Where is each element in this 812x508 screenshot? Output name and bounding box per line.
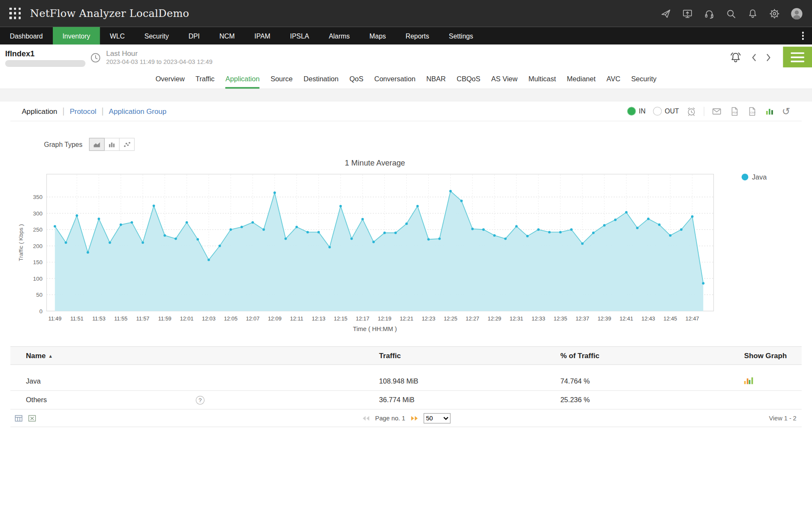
tab-medianet[interactable]: Medianet — [567, 71, 595, 89]
refresh-icon[interactable] — [782, 106, 790, 116]
data-point[interactable] — [427, 238, 430, 240]
data-point[interactable] — [208, 259, 210, 261]
time-range[interactable]: Last Hour 2023-04-03 11:49 to 2023-04-03… — [106, 49, 212, 66]
data-point[interactable] — [274, 191, 276, 194]
data-point[interactable] — [493, 234, 496, 237]
data-point[interactable] — [306, 231, 309, 233]
last-page-button[interactable] — [410, 415, 419, 421]
others-help-icon[interactable]: ? — [196, 395, 205, 404]
schedule-report-icon[interactable] — [686, 106, 697, 116]
nav-overflow-menu-icon[interactable] — [794, 27, 812, 45]
tab-security[interactable]: Security — [631, 71, 657, 89]
data-point[interactable] — [131, 221, 133, 224]
alarm-bell-icon[interactable] — [729, 51, 743, 64]
next-interface-icon[interactable] — [765, 53, 772, 62]
chart-view-icon[interactable] — [764, 106, 774, 116]
apps-grid-icon[interactable] — [9, 8, 21, 19]
data-point[interactable] — [109, 241, 111, 244]
data-point[interactable] — [548, 231, 551, 233]
graph-type-scatter-button[interactable] — [119, 138, 135, 151]
data-point[interactable] — [230, 228, 232, 231]
data-point[interactable] — [625, 211, 628, 214]
tab-avc[interactable]: AVC — [606, 71, 620, 89]
chart-legend[interactable]: Java — [741, 173, 766, 181]
data-point[interactable] — [460, 200, 463, 202]
data-point[interactable] — [471, 228, 474, 230]
data-point[interactable] — [438, 237, 441, 240]
export-csv-icon[interactable]: CSV — [747, 106, 757, 116]
traffic-chart-svg[interactable]: 05010015020025030035011:4911:5111:5311:5… — [16, 169, 735, 324]
data-point[interactable] — [680, 228, 683, 231]
settings-gear-icon[interactable] — [769, 8, 780, 19]
tab-traffic[interactable]: Traffic — [195, 71, 214, 89]
tab-nbar[interactable]: NBAR — [426, 71, 446, 89]
tab-source[interactable]: Source — [271, 71, 293, 89]
data-point[interactable] — [372, 241, 375, 243]
view-link-protocol[interactable]: Protocol — [70, 107, 96, 116]
data-point[interactable] — [416, 205, 419, 207]
tab-multicast[interactable]: Multicast — [528, 71, 556, 89]
nav-item-reports[interactable]: Reports — [396, 27, 439, 45]
data-point[interactable] — [241, 226, 243, 228]
data-point[interactable] — [405, 222, 408, 225]
nav-item-inventory[interactable]: Inventory — [52, 27, 100, 45]
data-point[interactable] — [515, 225, 518, 228]
data-point[interactable] — [559, 231, 562, 233]
data-point[interactable] — [65, 241, 67, 244]
data-point[interactable] — [636, 226, 639, 229]
email-report-icon[interactable] — [712, 106, 722, 116]
nav-item-ncm[interactable]: NCM — [209, 27, 244, 45]
support-headset-icon[interactable] — [704, 8, 715, 19]
data-point[interactable] — [361, 218, 364, 221]
view-link-application[interactable]: Application — [22, 107, 57, 116]
export-pdf-icon[interactable]: PDF — [729, 106, 739, 116]
data-point[interactable] — [603, 224, 606, 226]
column-header-percent[interactable]: % of Traffic — [549, 351, 733, 360]
tab-conversation[interactable]: Conversation — [374, 71, 415, 89]
nav-item-settings[interactable]: Settings — [439, 27, 483, 45]
search-icon[interactable] — [726, 8, 737, 19]
show-graph-icon[interactable] — [744, 377, 753, 384]
tab-application[interactable]: Application — [225, 71, 260, 89]
data-point[interactable] — [153, 204, 155, 207]
data-point[interactable] — [581, 242, 584, 245]
data-point[interactable] — [449, 190, 452, 193]
data-point[interactable] — [252, 221, 254, 224]
graph-type-area-button[interactable] — [89, 138, 105, 151]
data-point[interactable] — [394, 232, 397, 234]
data-point[interactable] — [702, 282, 705, 284]
data-point[interactable] — [614, 218, 617, 221]
data-point[interactable] — [186, 221, 188, 224]
nav-item-alarms[interactable]: Alarms — [319, 27, 359, 45]
data-point[interactable] — [383, 232, 386, 234]
nav-item-ipam[interactable]: IPAM — [244, 27, 280, 45]
data-point[interactable] — [76, 214, 78, 217]
column-header-traffic[interactable]: Traffic — [368, 351, 549, 360]
data-point[interactable] — [263, 228, 265, 231]
data-point[interactable] — [592, 232, 595, 234]
column-header-name[interactable]: Name — [10, 351, 368, 360]
tab-overview[interactable]: Overview — [156, 71, 185, 89]
data-point[interactable] — [197, 238, 199, 240]
data-point[interactable] — [328, 246, 331, 248]
direction-out-radio[interactable] — [653, 107, 662, 116]
nav-item-ipsla[interactable]: IPSLA — [280, 27, 319, 45]
launch-icon[interactable] — [660, 8, 671, 19]
data-point[interactable] — [526, 235, 529, 237]
data-point[interactable] — [658, 224, 661, 226]
graph-type-bar-button[interactable] — [104, 138, 120, 151]
nav-item-dpi[interactable]: DPI — [178, 27, 209, 45]
data-point[interactable] — [219, 245, 221, 247]
data-point[interactable] — [175, 237, 177, 240]
data-point[interactable] — [142, 241, 144, 244]
data-point[interactable] — [350, 237, 353, 240]
data-point[interactable] — [317, 231, 320, 233]
page-size-select[interactable]: 50 — [423, 413, 450, 423]
tab-qos[interactable]: QoS — [349, 71, 363, 89]
nav-item-security[interactable]: Security — [134, 27, 178, 45]
tab-as-view[interactable]: AS View — [491, 71, 518, 89]
data-point[interactable] — [54, 225, 56, 228]
data-point[interactable] — [120, 224, 122, 226]
data-point[interactable] — [570, 228, 573, 231]
data-point[interactable] — [285, 237, 287, 240]
